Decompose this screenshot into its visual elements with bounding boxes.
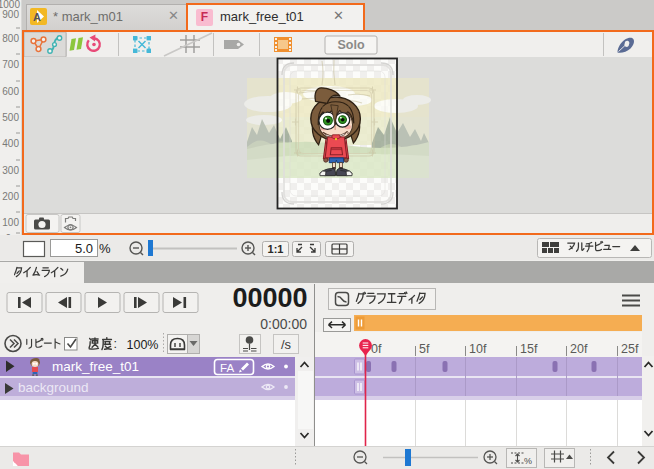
svg-text:Solo: Solo: [337, 38, 364, 52]
svg-text:/s: /s: [281, 337, 292, 352]
svg-text:A: A: [33, 11, 41, 23]
svg-text:background: background: [18, 380, 89, 395]
svg-text:%: %: [99, 241, 111, 256]
svg-text:400: 400: [2, 138, 19, 149]
svg-text:0f: 0f: [371, 342, 382, 356]
svg-text:0:00:00: 0:00:00: [260, 316, 307, 332]
svg-text:1:1: 1:1: [268, 243, 284, 255]
svg-text:00000: 00000: [232, 283, 307, 313]
svg-text::: :: [114, 337, 117, 351]
svg-text:5f: 5f: [419, 342, 430, 356]
svg-text:mark_free_t01: mark_free_t01: [52, 359, 139, 374]
svg-text:100: 100: [2, 217, 19, 228]
svg-text:600: 600: [2, 86, 19, 97]
svg-text:300: 300: [2, 165, 19, 176]
svg-text:700: 700: [2, 59, 19, 70]
svg-text:FA: FA: [220, 362, 234, 374]
svg-text:900: 900: [2, 9, 19, 20]
svg-text:10f: 10f: [469, 342, 487, 356]
svg-text:200: 200: [2, 191, 19, 202]
svg-text:5.0: 5.0: [75, 241, 93, 256]
svg-text:15f: 15f: [520, 342, 538, 356]
svg-text:800: 800: [2, 33, 19, 44]
svg-text:500: 500: [2, 112, 19, 123]
svg-text:20f: 20f: [570, 342, 588, 356]
svg-text:25f: 25f: [621, 342, 639, 356]
svg-text:100%: 100%: [127, 338, 159, 352]
svg-text:%: %: [524, 456, 532, 466]
